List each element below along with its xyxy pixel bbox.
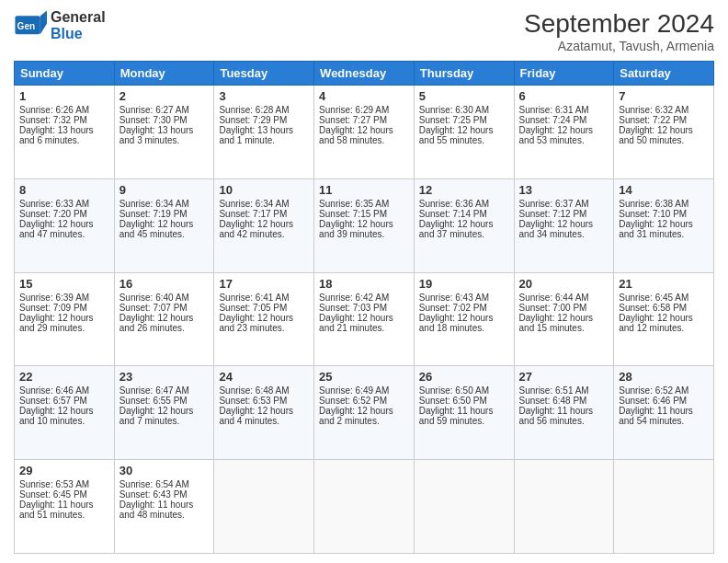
calendar-week-row: 1Sunrise: 6:26 AMSunset: 7:32 PMDaylight… <box>15 86 714 179</box>
day-info: and 21 minutes. <box>319 323 409 333</box>
day-info: Sunrise: 6:28 AM <box>219 105 309 115</box>
day-info: Daylight: 12 hours <box>619 313 709 323</box>
day-info: and 53 minutes. <box>519 135 609 145</box>
day-info: Daylight: 12 hours <box>519 219 609 229</box>
day-info: Sunset: 6:50 PM <box>419 396 509 406</box>
day-info: and 55 minutes. <box>419 135 509 145</box>
day-info: and 59 minutes. <box>419 416 509 426</box>
day-info: Sunrise: 6:44 AM <box>519 293 609 303</box>
day-info: Daylight: 12 hours <box>319 125 409 135</box>
day-info: Daylight: 13 hours <box>19 125 109 135</box>
day-info: Sunrise: 6:43 AM <box>419 293 509 303</box>
calendar-cell: 11Sunrise: 6:35 AMSunset: 7:15 PMDayligh… <box>314 178 415 272</box>
calendar-cell: 14Sunrise: 6:38 AMSunset: 7:10 PMDayligh… <box>614 178 714 272</box>
day-number: 6 <box>519 89 609 103</box>
calendar-cell: 24Sunrise: 6:48 AMSunset: 6:53 PMDayligh… <box>214 366 314 460</box>
day-info: Daylight: 12 hours <box>219 313 309 323</box>
col-saturday: Saturday <box>614 62 714 86</box>
day-info: Sunset: 7:10 PM <box>619 209 709 219</box>
day-number: 2 <box>119 89 210 103</box>
day-info: Sunrise: 6:54 AM <box>119 479 210 489</box>
col-wednesday: Wednesday <box>314 62 415 86</box>
day-number: 25 <box>319 370 409 384</box>
day-info: Daylight: 11 hours <box>619 406 709 416</box>
day-info: Daylight: 12 hours <box>419 219 509 229</box>
calendar-cell: 27Sunrise: 6:51 AMSunset: 6:48 PMDayligh… <box>514 366 614 460</box>
day-info: and 45 minutes. <box>119 229 210 239</box>
day-info: and 47 minutes. <box>19 229 109 239</box>
day-info: Sunrise: 6:42 AM <box>319 293 409 303</box>
calendar-cell: 9Sunrise: 6:34 AMSunset: 7:19 PMDaylight… <box>114 178 214 272</box>
calendar-header-row: Sunday Monday Tuesday Wednesday Thursday… <box>15 62 714 86</box>
day-info: Daylight: 12 hours <box>319 219 409 229</box>
calendar-cell: 29Sunrise: 6:53 AMSunset: 6:45 PMDayligh… <box>15 460 115 554</box>
day-info: Sunrise: 6:31 AM <box>519 105 609 115</box>
day-info: Sunset: 6:48 PM <box>519 396 609 406</box>
calendar-cell: 2Sunrise: 6:27 AMSunset: 7:30 PMDaylight… <box>114 86 214 179</box>
day-info: and 15 minutes. <box>519 323 609 333</box>
calendar-week-row: 22Sunrise: 6:46 AMSunset: 6:57 PMDayligh… <box>15 366 714 460</box>
day-info: and 1 minute. <box>219 135 309 145</box>
calendar-cell: 12Sunrise: 6:36 AMSunset: 7:14 PMDayligh… <box>414 178 514 272</box>
day-info: and 31 minutes. <box>619 229 709 239</box>
day-info: Sunrise: 6:34 AM <box>219 199 309 209</box>
day-info: Sunrise: 6:32 AM <box>619 105 709 115</box>
day-info: Sunset: 6:46 PM <box>619 396 709 406</box>
day-number: 8 <box>19 183 109 197</box>
day-info: Daylight: 12 hours <box>119 219 210 229</box>
calendar-cell: 23Sunrise: 6:47 AMSunset: 6:55 PMDayligh… <box>114 366 214 460</box>
page: Gen General Blue September 2024 Azatamut… <box>0 0 728 563</box>
day-info: Sunset: 6:58 PM <box>619 303 709 313</box>
day-info: Sunset: 7:09 PM <box>19 303 109 313</box>
calendar-table: Sunday Monday Tuesday Wednesday Thursday… <box>14 61 714 554</box>
day-info: Sunset: 7:24 PM <box>519 115 609 125</box>
day-number: 24 <box>219 370 309 384</box>
day-info: and 37 minutes. <box>419 229 509 239</box>
day-number: 16 <box>119 277 210 291</box>
day-info: and 4 minutes. <box>219 416 309 426</box>
calendar-cell: 28Sunrise: 6:52 AMSunset: 6:46 PMDayligh… <box>614 366 714 460</box>
day-number: 22 <box>19 370 109 384</box>
day-info: Daylight: 12 hours <box>419 313 509 323</box>
day-info: Daylight: 11 hours <box>419 406 509 416</box>
calendar-cell: 8Sunrise: 6:33 AMSunset: 7:20 PMDaylight… <box>15 178 115 272</box>
day-info: Sunset: 6:43 PM <box>119 489 210 500</box>
day-number: 23 <box>119 370 210 384</box>
day-info: and 6 minutes. <box>19 135 109 145</box>
day-info: and 29 minutes. <box>19 323 109 333</box>
col-sunday: Sunday <box>15 62 115 86</box>
day-info: and 56 minutes. <box>519 416 609 426</box>
day-info: Daylight: 12 hours <box>519 313 609 323</box>
calendar-cell: 5Sunrise: 6:30 AMSunset: 7:25 PMDaylight… <box>414 86 514 179</box>
day-number: 27 <box>519 370 609 384</box>
calendar-cell: 22Sunrise: 6:46 AMSunset: 6:57 PMDayligh… <box>15 366 115 460</box>
day-info: Sunset: 7:03 PM <box>319 303 409 313</box>
day-number: 30 <box>119 464 210 477</box>
day-info: Daylight: 12 hours <box>319 313 409 323</box>
day-info: Sunrise: 6:47 AM <box>119 385 210 396</box>
day-info: and 7 minutes. <box>119 416 210 426</box>
day-number: 26 <box>419 370 509 384</box>
day-info: Sunrise: 6:37 AM <box>519 199 609 209</box>
header: Gen General Blue September 2024 Azatamut… <box>14 9 714 53</box>
calendar-cell: 16Sunrise: 6:40 AMSunset: 7:07 PMDayligh… <box>114 272 214 366</box>
day-info: Sunrise: 6:46 AM <box>19 385 109 396</box>
calendar-week-row: 8Sunrise: 6:33 AMSunset: 7:20 PMDaylight… <box>15 178 714 272</box>
day-info: Daylight: 12 hours <box>319 406 409 416</box>
calendar-cell: 17Sunrise: 6:41 AMSunset: 7:05 PMDayligh… <box>214 272 314 366</box>
title-block: September 2024 Azatamut, Tavush, Armenia <box>524 9 714 53</box>
location-subtitle: Azatamut, Tavush, Armenia <box>524 39 714 53</box>
calendar-cell: 10Sunrise: 6:34 AMSunset: 7:17 PMDayligh… <box>214 178 314 272</box>
calendar-cell: 26Sunrise: 6:50 AMSunset: 6:50 PMDayligh… <box>414 366 514 460</box>
day-info: Sunset: 7:30 PM <box>119 115 210 125</box>
day-info: Daylight: 11 hours <box>519 406 609 416</box>
day-info: Sunset: 7:00 PM <box>519 303 609 313</box>
day-info: Sunrise: 6:41 AM <box>219 293 309 303</box>
day-info: Sunrise: 6:45 AM <box>619 293 709 303</box>
calendar-cell: 18Sunrise: 6:42 AMSunset: 7:03 PMDayligh… <box>314 272 415 366</box>
col-thursday: Thursday <box>414 62 514 86</box>
day-info: and 2 minutes. <box>319 416 409 426</box>
day-info: and 42 minutes. <box>219 229 309 239</box>
day-number: 11 <box>319 183 409 197</box>
day-info: Sunset: 7:20 PM <box>19 209 109 219</box>
